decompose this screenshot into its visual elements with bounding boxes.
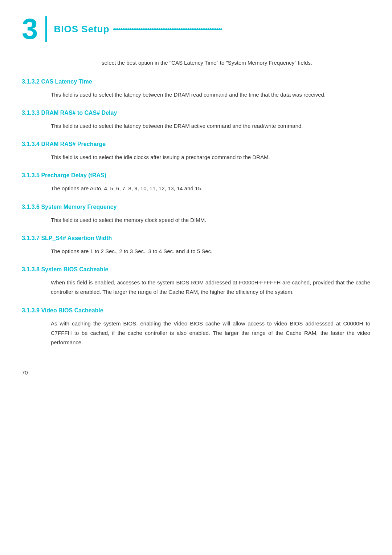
page-container: 3 BIOS Setup xyxy=(0,0,392,386)
intro-text: select the best option in the "CAS Laten… xyxy=(102,58,370,68)
section-content-3.1.3.8: When this field is enabled, accesses to … xyxy=(51,278,370,297)
sections-container: 3.1.3.2 CAS Latency TimeThis field is us… xyxy=(22,78,370,348)
section-content-3.1.3.7: The options are 1 to 2 Sec., 2 to 3 Sec.… xyxy=(51,247,370,256)
section-3.1.3.3: 3.1.3.3 DRAM RAS# to CAS# DelayThis fiel… xyxy=(22,110,370,131)
decorative-dots xyxy=(113,27,370,31)
section-title-3.1.3.4: 3.1.3.4 DRAM RAS# Precharge xyxy=(22,141,370,147)
section-title-3.1.3.8: 3.1.3.8 System BIOS Cacheable xyxy=(22,266,370,273)
section-content-3.1.3.6: This field is used to select the memory … xyxy=(51,215,370,225)
section-3.1.3.9: 3.1.3.9 Video BIOS CacheableAs with cach… xyxy=(22,307,370,348)
section-3.1.3.5: 3.1.3.5 Precharge Delay (tRAS)The option… xyxy=(22,172,370,193)
header-divider xyxy=(45,16,47,42)
section-title-3.1.3.5: 3.1.3.5 Precharge Delay (tRAS) xyxy=(22,172,370,179)
header-title-area: BIOS Setup xyxy=(54,24,371,35)
section-content-3.1.3.5: The options are Auto, 4, 5, 6, 7, 8, 9, … xyxy=(51,184,370,193)
section-3.1.3.4: 3.1.3.4 DRAM RAS# PrechargeThis field is… xyxy=(22,141,370,162)
section-3.1.3.2: 3.1.3.2 CAS Latency TimeThis field is us… xyxy=(22,78,370,100)
section-content-3.1.3.9: As with caching the system BIOS, enablin… xyxy=(51,319,370,348)
section-title-3.1.3.7: 3.1.3.7 SLP_S4# Assertion Width xyxy=(22,235,370,242)
section-content-3.1.3.4: This field is used to select the idle cl… xyxy=(51,153,370,162)
section-content-3.1.3.2: This field is used to select the latency… xyxy=(51,90,370,100)
section-title-3.1.3.6: 3.1.3.6 System Memory Frequency xyxy=(22,204,370,210)
chapter-title: BIOS Setup xyxy=(54,24,371,35)
section-3.1.3.6: 3.1.3.6 System Memory FrequencyThis fiel… xyxy=(22,204,370,225)
section-3.1.3.7: 3.1.3.7 SLP_S4# Assertion WidthThe optio… xyxy=(22,235,370,256)
section-title-3.1.3.2: 3.1.3.2 CAS Latency Time xyxy=(22,78,370,85)
section-title-3.1.3.3: 3.1.3.3 DRAM RAS# to CAS# Delay xyxy=(22,110,370,116)
section-3.1.3.8: 3.1.3.8 System BIOS CacheableWhen this f… xyxy=(22,266,370,297)
chapter-number: 3 xyxy=(22,15,38,44)
section-title-3.1.3.9: 3.1.3.9 Video BIOS Cacheable xyxy=(22,307,370,314)
page-header: 3 BIOS Setup xyxy=(22,15,370,44)
section-content-3.1.3.3: This field is used to select the latency… xyxy=(51,121,370,131)
page-number: 70 xyxy=(22,369,28,376)
